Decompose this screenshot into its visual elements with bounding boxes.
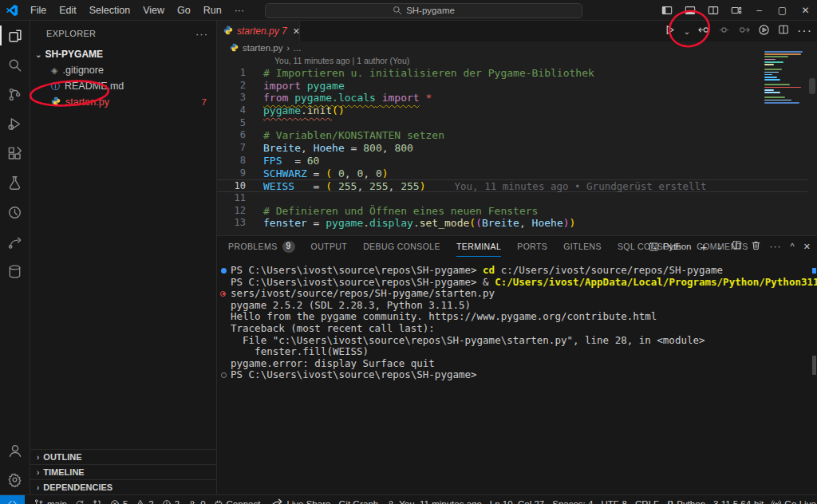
status-2[interactable]: 2 bbox=[132, 499, 157, 504]
code-line-7[interactable]: 7Breite, Hoehe = 800, 800 bbox=[217, 142, 817, 155]
section-outline[interactable]: ›OUTLINE bbox=[30, 449, 216, 464]
command-center-search[interactable]: SH-pygame bbox=[265, 3, 582, 18]
code-line-5[interactable]: 5 bbox=[217, 117, 817, 130]
status-spaces-4[interactable]: Spaces: 4 bbox=[548, 499, 597, 504]
code-view[interactable]: 1# Importieren u. initialisieren der Pyg… bbox=[217, 67, 817, 230]
terminal-text: fenster.fill(WEISS) bbox=[231, 346, 369, 358]
layout-sidebar-icon[interactable] bbox=[655, 0, 678, 21]
activity-run-and-debug-icon[interactable] bbox=[0, 109, 30, 139]
explorer-more-icon[interactable]: ··· bbox=[195, 28, 208, 40]
status-go-live[interactable]: Go Live bbox=[768, 499, 817, 504]
code-line-10[interactable]: 10WEISS = ( 255, 255, 255)You, 11 minute… bbox=[217, 179, 807, 192]
open-changes-prev-icon[interactable] bbox=[698, 24, 710, 39]
code-line-12[interactable]: 12# Definieren und Öffnen eines neuen Fe… bbox=[217, 205, 817, 218]
status-connect[interactable]: Connect bbox=[210, 499, 265, 504]
terminal-scrollbar[interactable] bbox=[812, 356, 816, 375]
status-live-share[interactable]: Live Share bbox=[264, 496, 334, 504]
new-terminal-icon[interactable]: + bbox=[700, 240, 707, 254]
layout-panel-icon[interactable] bbox=[678, 0, 701, 21]
menu-go[interactable]: Go bbox=[171, 0, 197, 21]
tab-starten-py[interactable]: starten.py 7 ✕ bbox=[217, 21, 300, 41]
code-line-4[interactable]: 4pygame.init() bbox=[217, 104, 817, 117]
status-0[interactable]: 0 bbox=[184, 499, 209, 504]
code-line-2[interactable]: 2import pygame bbox=[217, 80, 817, 93]
open-changes-icon[interactable] bbox=[718, 24, 730, 39]
terminal-shell-item[interactable]: Python bbox=[649, 242, 692, 252]
status-compare[interactable] bbox=[89, 499, 106, 504]
status-3-11-5-64-bit[interactable]: 3.11.5 64-bit bbox=[709, 499, 768, 504]
status-utf-8[interactable]: UTF-8 bbox=[597, 499, 631, 504]
close-panel-icon[interactable]: ✕ bbox=[803, 242, 811, 252]
file-readme-md[interactable]: ⓘREADME.md bbox=[30, 78, 216, 94]
minimize-button[interactable]: – bbox=[748, 0, 771, 21]
panel-more-actions-icon[interactable]: ··· bbox=[770, 241, 782, 252]
tab-close-icon[interactable]: ✕ bbox=[293, 26, 300, 37]
close-button[interactable]: ✕ bbox=[794, 0, 817, 21]
run-dropdown-icon[interactable]: ⌄ bbox=[684, 27, 690, 36]
activity-testing-icon[interactable] bbox=[0, 168, 30, 198]
section-dependencies[interactable]: ›DEPENDENCIES bbox=[30, 479, 216, 494]
code-line-9[interactable]: 9SCHWARZ = ( 0, 0, 0) bbox=[217, 167, 817, 180]
run-or-debug-icon[interactable] bbox=[758, 24, 770, 39]
terminal-dropdown-icon[interactable]: ⌄ bbox=[716, 242, 722, 251]
panel-tab-ports[interactable]: PORTS bbox=[517, 236, 547, 257]
status-ln-10-col-27[interactable]: Ln 10, Col 27 bbox=[486, 499, 548, 504]
kill-terminal-icon[interactable] bbox=[751, 240, 761, 253]
section-timeline[interactable]: ›TIMELINE bbox=[30, 464, 216, 479]
breadcrumb[interactable]: starten.py › ... bbox=[217, 41, 817, 54]
menu-edit[interactable]: Edit bbox=[53, 0, 83, 21]
panel-tab-problems[interactable]: PROBLEMS9 bbox=[228, 236, 295, 257]
panel-tab-gitlens[interactable]: GITLENS bbox=[563, 236, 602, 257]
activity-settings-icon[interactable] bbox=[0, 465, 30, 494]
activity-explorer-icon[interactable] bbox=[0, 21, 30, 50]
activity-database-icon[interactable] bbox=[0, 257, 30, 286]
status-5[interactable]: 5 bbox=[106, 499, 132, 504]
status-python[interactable]: {}Python bbox=[663, 499, 709, 504]
open-changes-next-icon[interactable] bbox=[738, 24, 750, 39]
layout-customize-icon[interactable] bbox=[724, 0, 748, 21]
run-python-file-button[interactable] bbox=[664, 24, 676, 39]
menu-file[interactable]: File bbox=[24, 0, 53, 21]
status-remote[interactable] bbox=[0, 495, 25, 504]
minimap[interactable] bbox=[764, 51, 806, 104]
layout-split-icon[interactable] bbox=[701, 0, 724, 21]
panel-tab-terminal[interactable]: TERMINAL bbox=[456, 236, 501, 257]
code-token: pygame.locals bbox=[294, 92, 376, 104]
panel-tab-debug-console[interactable]: DEBUG CONSOLE bbox=[363, 236, 440, 257]
activity-extensions-icon[interactable] bbox=[0, 139, 30, 168]
status-crlf[interactable]: CRLF bbox=[631, 499, 663, 504]
maximize-button[interactable]: ▢ bbox=[771, 0, 794, 21]
activity-source-control-icon[interactable] bbox=[0, 80, 30, 109]
split-editor-icon[interactable] bbox=[778, 24, 789, 38]
activity-search-icon[interactable] bbox=[0, 50, 30, 80]
file-starten-py[interactable]: starten.py7 bbox=[30, 94, 216, 110]
status-label: Python bbox=[677, 499, 705, 504]
file--gitignore[interactable]: ◈.gitignore bbox=[30, 62, 216, 78]
menu-[interactable]: ··· bbox=[228, 0, 251, 21]
panel-tab-output[interactable]: OUTPUT bbox=[311, 236, 348, 257]
editor-scrollbar[interactable] bbox=[809, 78, 815, 94]
gitlens-codelens[interactable]: You, 11 minutes ago | 1 author (You) bbox=[274, 56, 409, 65]
code-line-8[interactable]: 8FPS = 60 bbox=[217, 155, 817, 167]
split-terminal-icon[interactable] bbox=[732, 240, 742, 253]
activity-gitlens-icon[interactable] bbox=[0, 198, 30, 227]
code-line-11[interactable]: 11 bbox=[217, 192, 817, 205]
menu-view[interactable]: View bbox=[136, 0, 171, 21]
activity-account-icon[interactable] bbox=[0, 435, 30, 465]
status-2[interactable]: 2 bbox=[158, 499, 184, 504]
status-sync[interactable] bbox=[71, 499, 89, 504]
menu-run[interactable]: Run bbox=[197, 0, 228, 21]
terminal-output[interactable]: PS C:\Users\ivost\source\repos\SH-pygame… bbox=[220, 265, 811, 381]
code-line-6[interactable]: 6# Variablen/KONSTANTEN setzen bbox=[217, 129, 817, 142]
code-line-13[interactable]: 13fenster = pygame.display.set_mode((Bre… bbox=[217, 217, 817, 230]
status-git-graph[interactable]: Git Graph bbox=[334, 499, 382, 504]
maximize-panel-icon[interactable]: ^ bbox=[791, 242, 795, 251]
code-line-3[interactable]: 3from pygame.locals import * bbox=[217, 92, 817, 104]
status-you-11-minutes-ago[interactable]: You, 11 minutes ago bbox=[382, 499, 486, 504]
activity-live-share-icon[interactable] bbox=[0, 227, 30, 257]
root-folder[interactable]: ⌄ SH-PYGAME bbox=[30, 46, 216, 62]
menu-selection[interactable]: Selection bbox=[83, 0, 136, 21]
status-main[interactable]: main bbox=[30, 498, 71, 504]
code-line-1[interactable]: 1# Importieren u. initialisieren der Pyg… bbox=[217, 67, 817, 80]
editor-more-actions-icon[interactable]: ··· bbox=[797, 24, 812, 38]
